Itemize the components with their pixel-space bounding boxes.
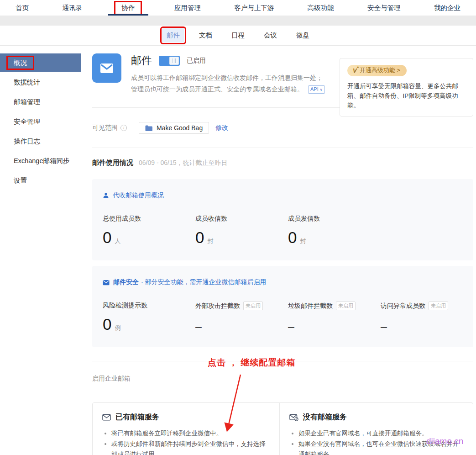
visible-range-label: 可见范围 [92, 124, 118, 132]
annotation-text: 点击 ， 继续配置邮箱 [208, 357, 296, 369]
page-title: 邮件 [131, 53, 152, 68]
sidebar-item-mailbox-management[interactable]: 邮箱管理 [0, 93, 81, 111]
sidebar-item-statistics[interactable]: 数据统计 [0, 73, 81, 91]
premium-promo-card: V✦开通高级功能 > 开通后可享受无限邮箱容量、更多公共邮箱、邮件自动备份、IP… [340, 58, 473, 116]
inbox-stats-title: 代收邮箱使用概况 [113, 191, 164, 200]
premium-promo-text: 开通后可享受无限邮箱容量、更多公共邮箱、邮件自动备份、IP限制等多项高级功能。 [347, 81, 466, 110]
sidebar: 概况 数据统计 邮箱管理 安全管理 操作日志 Exchange邮箱同步 设置 [0, 46, 81, 455]
tab-drive[interactable]: 微盘 [292, 28, 314, 42]
tab-calendar[interactable]: 日程 [227, 28, 249, 42]
sub-nav: 邮件 文档 日程 会议 微盘 [0, 26, 476, 46]
inbox-usage-card: 代收邮箱使用概况 总使用成员数 0人 成员收信数 0封 成员发信数 0封 [92, 179, 473, 260]
person-icon [103, 192, 109, 199]
visible-range-value: Make Good Bag [157, 124, 203, 132]
nav-item-contacts[interactable]: 通讯录 [62, 0, 82, 16]
api-dropdown-badge[interactable]: API ∨ [308, 85, 325, 94]
info-icon[interactable]: i [120, 125, 127, 131]
mail-app-icon [92, 53, 121, 83]
main-content: 邮件 已启用 成员可以将工作邮箱绑定到企业微信收发邮件，工作消息归集一处； 管理… [81, 46, 476, 455]
status-badge: 未启用 [336, 302, 356, 310]
nav-item-home[interactable]: 首页 [16, 0, 29, 16]
divider [92, 148, 473, 148]
app-description: 成员可以将工作邮箱绑定到企业微信收发邮件，工作消息归集一处； 管理员也可统一为成… [131, 72, 325, 95]
envelope-icon [102, 414, 111, 421]
tab-meeting[interactable]: 会议 [259, 28, 282, 42]
existing-service-title: 已有邮箱服务 [115, 413, 159, 422]
enable-mailbox-label: 启用企业邮箱 [92, 375, 473, 383]
chevron-down-icon: ∨ [320, 88, 323, 92]
visible-range-row: 可见范围i Make Good Bag 修改 [92, 122, 473, 134]
top-nav: 首页 通讯录 协作 应用管理 客户与上下游 高级功能 安全与管理 我的企业 [0, 0, 476, 16]
nav-item-customers[interactable]: 客户与上下游 [234, 0, 274, 16]
stat-total-members: 总使用成员数 0人 [103, 215, 195, 247]
tab-docs[interactable]: 文档 [194, 28, 217, 42]
gray-divider-bar [0, 16, 476, 26]
folder-icon [145, 125, 152, 131]
nav-item-my-company[interactable]: 我的企业 [434, 0, 460, 16]
stat-mails-received: 成员收信数 0封 [195, 215, 288, 247]
sidebar-item-operation-log[interactable]: 操作日志 [0, 132, 81, 150]
envelope-blocked-icon [289, 414, 298, 421]
app-header: 邮件 已启用 成员可以将工作邮箱绑定到企业微信收发邮件，工作消息归集一处； 管理… [92, 53, 473, 108]
status-badge: 未启用 [243, 302, 263, 310]
security-stats-title: 邮件安全 [113, 278, 139, 286]
nav-item-collaboration[interactable]: 协作 [115, 0, 141, 16]
sidebar-item-exchange-sync[interactable]: Exchange邮箱同步 [0, 152, 81, 170]
watermark: diiamo.cn [426, 436, 463, 446]
existing-service-bullets: 将已有邮箱服务立即迁移到企业微信中。 或将历史邮件和新邮件持续同步到企业微信中，… [102, 428, 268, 455]
stat-spam-blocked: 垃圾邮件拦截数未启用 – [288, 302, 381, 333]
sidebar-item-overview[interactable]: 概况 [0, 53, 81, 72]
stat-mails-sent: 成员发信数 0封 [288, 215, 381, 247]
usage-period: 06/09 - 06/15，统计截止至昨日 [139, 159, 228, 167]
nav-item-security-management[interactable]: 安全与管理 [367, 0, 401, 16]
sidebar-item-settings[interactable]: 设置 [0, 171, 81, 190]
mail-enabled-toggle[interactable] [159, 56, 180, 66]
tab-mail[interactable]: 邮件 [162, 28, 184, 42]
usage-section-header: 邮件使用情况 06/09 - 06/15，统计截止至昨日 [92, 159, 473, 167]
mail-icon [103, 280, 110, 286]
status-badge: 未启用 [429, 302, 448, 310]
stat-risk-alerts: 风险检测提示数 0例 [103, 302, 195, 333]
nav-item-app-management[interactable]: 应用管理 [174, 0, 201, 16]
existing-mail-service-panel: 已有邮箱服务 将已有邮箱服务立即迁移到企业微信中。 或将历史邮件和新邮件持续同步… [93, 403, 280, 455]
security-stats-subtitle: · 部分安全功能，需开通企业微信邮箱后启用 [141, 278, 267, 286]
mailbox-setup-card: 已有邮箱服务 将已有邮箱服务立即迁移到企业微信中。 或将历史邮件和新邮件持续同步… [92, 402, 473, 455]
nav-item-advanced[interactable]: 高级功能 [308, 0, 334, 16]
stat-abnormal-access: 访问异常成员数未启用 – [381, 302, 473, 333]
usage-title: 邮件使用情况 [92, 159, 133, 167]
edit-visible-range-link[interactable]: 修改 [215, 124, 228, 132]
open-premium-button[interactable]: V✦开通高级功能 > [347, 65, 407, 76]
stat-external-attacks: 外部攻击拦截数未启用 – [195, 302, 288, 333]
vip-icon: V✦ [353, 67, 357, 74]
mail-security-card: 邮件安全 · 部分安全功能，需开通企业微信邮箱后启用 风险检测提示数 0例 外部… [92, 266, 473, 347]
toggle-status-label: 已启用 [187, 57, 206, 65]
admin-console-page: 首页 通讯录 协作 应用管理 客户与上下游 高级功能 安全与管理 我的企业 邮件… [0, 0, 476, 455]
sidebar-item-security-management[interactable]: 安全管理 [0, 112, 81, 131]
visible-range-tag: Make Good Bag [139, 122, 209, 134]
no-mail-service-panel: 没有邮箱服务 如果企业已有官网域名，可直接开通邮箱服务。 如果企业没有官网域名，… [280, 403, 473, 455]
no-service-title: 没有邮箱服务 [303, 413, 347, 422]
